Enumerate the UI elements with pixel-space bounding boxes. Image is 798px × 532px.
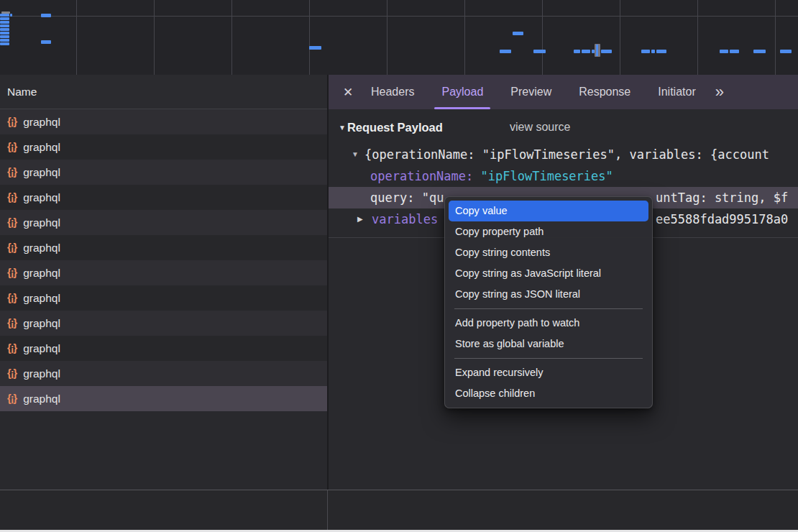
close-icon[interactable]: ✕ [339,85,357,100]
property-key: variables [372,208,438,230]
root-object-preview: {operationName: "ipFlowTimeseries", vari… [364,144,769,165]
network-request-row[interactable]: {¡} graphql [0,134,327,160]
request-timing-bar [10,14,12,17]
request-name-label: graphql [23,267,60,280]
name-column-label: Name [7,86,37,98]
request-timing-bar [656,50,666,53]
property-key: operationName: [370,169,473,183]
network-request-rows: {¡} graphql {¡} graphql {¡} graphql {¡} … [0,109,327,411]
request-timing-bar [41,40,51,44]
request-timing-bar [533,50,546,53]
context-menu-item[interactable]: Copy string as JavaScript literal [449,263,648,284]
request-name-label: graphql [23,292,60,305]
network-request-row[interactable]: {¡} graphql [0,361,327,386]
json-request-icon: {¡} [7,166,17,178]
request-timing-bar [574,50,580,53]
context-menu-item[interactable]: Copy string contents [449,242,648,263]
timeline-gridline [231,0,232,75]
request-payload-section-header[interactable]: ▼ Request Payload [339,118,443,137]
request-timing-bar [720,50,728,53]
network-request-row[interactable]: {¡} graphql [0,109,327,134]
json-request-icon: {¡} [7,242,17,253]
request-timing-bar [730,50,739,53]
request-timing-bar [0,24,9,27]
property-string-value: "ipFlowTimeseries" [481,169,613,183]
network-request-row[interactable]: {¡} graphql [0,210,327,235]
detail-tab[interactable]: Initiator [648,75,705,109]
detail-tab[interactable]: Headers [362,75,423,109]
detail-tabbar: ✕ Headers Payload Preview Response Initi… [329,75,798,109]
request-timing-bar [0,39,9,42]
timeline-gridline [387,0,387,75]
network-request-row[interactable]: {¡} graphql [0,336,327,361]
request-name-label: graphql [23,317,60,330]
json-request-icon: {¡} [7,116,17,127]
request-timing-bar [780,50,792,53]
context-menu-item[interactable]: Add property path to watch [449,313,648,334]
payload-operation-row[interactable]: operationName: "ipFlowTimeseries" [329,165,798,187]
collapse-triangle-icon: ▼ [339,124,346,132]
network-request-row[interactable]: {¡} graphql [0,260,327,285]
context-menu-item[interactable]: Copy string as JSON literal [449,284,648,305]
property-key: query: [370,191,414,205]
detail-tab[interactable]: Response [569,75,640,109]
request-timing-bar [309,46,321,50]
request-timing-bar [500,50,511,53]
request-name-label: graphql [23,216,60,229]
context-menu-item[interactable]: Copy value [449,201,648,221]
request-timing-bar [582,50,590,53]
network-request-row[interactable]: {¡} graphql [0,185,327,210]
context-menu-item[interactable]: Store as global variable [449,334,648,354]
network-request-row[interactable]: {¡} graphql [0,160,327,185]
devtools-window: Name {¡} graphql {¡} graphql {¡} graphql [0,0,798,532]
timeline-gridline [154,0,155,75]
request-timing-bar [0,14,9,17]
request-name-label: graphql [23,242,60,254]
detail-tabs: Headers Payload Preview Response Initiat… [357,75,710,109]
network-request-row[interactable]: {¡} graphql [0,386,327,411]
timeline-hover-marker [595,44,600,57]
menu-separator [454,308,643,309]
name-column-header[interactable]: Name [0,75,327,109]
json-request-icon: {¡} [7,342,17,354]
status-footer [0,490,798,531]
request-timing-bar [513,32,523,35]
view-source-link[interactable]: view source [510,118,570,137]
context-menu-item[interactable]: Copy property path [449,221,648,242]
collapsed-triangle-icon[interactable]: ▶ [357,208,363,230]
request-name-label: graphql [23,191,60,204]
request-timing-bar [601,50,612,53]
property-string-value-end: untTag: string, $f [656,187,788,208]
request-timing-bar [651,50,655,53]
network-request-row[interactable]: {¡} graphql [0,235,327,260]
payload-root-row[interactable]: ▼ {operationName: "ipFlowTimeseries", va… [329,144,798,165]
timeline-gridline [542,0,543,75]
context-menu-item[interactable]: Expand recursively [449,362,648,383]
request-name-label: graphql [23,166,60,179]
context-menu: Copy valueCopy property pathCopy string … [444,196,653,408]
request-timing-bar [0,35,9,38]
timeline-gridline [309,0,310,75]
property-value-end: ee5588fdad995178a0 [656,208,788,230]
request-name-label: graphql [23,342,60,355]
json-request-icon: {¡} [7,317,17,329]
json-request-icon: {¡} [7,267,17,278]
expanded-triangle-icon[interactable]: ▼ [352,144,359,165]
timeline-gridline [697,0,698,75]
context-menu-item[interactable]: Collapse children [449,383,648,404]
request-timing-bar [0,21,9,24]
request-name-label: graphql [23,116,60,129]
network-request-row[interactable]: {¡} graphql [0,311,327,336]
menu-separator [454,358,643,359]
network-overview-timeline[interactable] [0,0,798,75]
request-timing-bar [0,32,9,35]
timeline-gridline [76,0,77,75]
more-tabs-icon[interactable]: » [715,75,724,109]
timeline-gridline [464,0,465,75]
detail-tab[interactable]: Payload [432,75,492,109]
timeline-gridline [0,16,798,17]
detail-tab[interactable]: Preview [501,75,561,109]
json-request-icon: {¡} [7,216,17,228]
json-request-icon: {¡} [7,191,17,203]
network-request-row[interactable]: {¡} graphql [0,285,327,311]
